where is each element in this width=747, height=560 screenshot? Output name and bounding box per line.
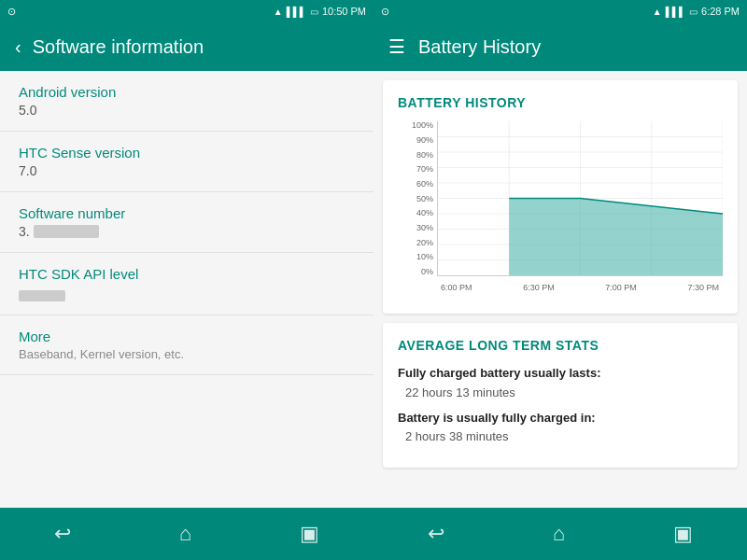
avg-stats-card: AVERAGE LONG TERM STATS Fully charged ba… [383,323,738,468]
right-back-nav[interactable]: ↩ [428,522,444,546]
chart-plot-area [437,121,723,276]
left-recent-nav[interactable]: ▣ [300,522,319,546]
left-home-nav[interactable]: ⌂ [179,522,191,546]
y-label-10: 10% [416,253,433,261]
chart-svg [438,121,723,275]
left-status-left: ⊙ [7,6,16,18]
y-label-70: 70% [416,165,433,174]
chart-x-labels: 6:00 PM 6:30 PM 7:00 PM 7:30 PM [437,276,723,299]
sdk-level-label: HTC SDK API level [19,266,355,282]
more-label: More [19,329,355,344]
right-status-bar: ⊙ ▲ ▌▌▌ ▭ 6:28 PM [374,0,747,22]
right-battery-icon: ▭ [689,7,698,17]
software-number-prefix: 3. [19,224,30,239]
sense-version-label: HTC Sense version [19,145,355,161]
y-label-90: 90% [416,136,433,145]
y-label-80: 80% [416,151,433,160]
y-label-30: 30% [416,224,433,232]
more-item[interactable]: More Baseband, Kernel version, etc. [0,315,374,375]
right-status-right: ▲ ▌▌▌ ▭ 6:28 PM [653,6,740,17]
x-label-730: 7:30 PM [687,283,719,292]
software-number-blurred [34,225,99,238]
right-signal-icon: ▌▌▌ [666,7,685,17]
more-subtext: Baseband, Kernel version, etc. [19,347,355,361]
right-app-title: Battery History [418,36,541,58]
right-status-left: ⊙ [381,6,389,18]
android-version-item: Android version 5.0 [0,71,374,132]
x-label-630: 6:30 PM [523,283,555,292]
right-content: BATTERY HISTORY 0% 10% 20% 30% 40% 50% 6… [374,71,747,508]
left-status-right: ▲ ▌▌▌ ▭ 10:50 PM [274,6,366,17]
right-nav-bar: ↩ ⌂ ▣ [374,508,747,560]
left-status-bar: ⊙ ▲ ▌▌▌ ▭ 10:50 PM [0,0,374,22]
battery-history-card: BATTERY HISTORY 0% 10% 20% 30% 40% 50% 6… [383,80,738,314]
stat1-label: Fully charged battery usually lasts: [398,366,600,380]
back-button[interactable]: ‹ [15,36,21,58]
right-home-nav[interactable]: ⌂ [553,522,565,546]
right-notification-icon: ⊙ [381,6,389,18]
y-label-0: 0% [421,268,433,276]
y-label-40: 40% [416,209,433,217]
left-app-title: Software information [33,36,204,58]
sdk-level-item: HTC SDK API level [0,253,374,315]
left-nav-bar: ↩ ⌂ ▣ [0,508,374,560]
software-number-item: Software number 3. [0,192,374,253]
avg-stats-title: AVERAGE LONG TERM STATS [398,338,723,353]
right-app-bar: ☰ Battery History [374,22,747,71]
right-time: 6:28 PM [701,6,740,17]
left-panel: ⊙ ▲ ▌▌▌ ▭ 10:50 PM ‹ Software informatio… [0,0,374,560]
android-version-value: 5.0 [19,103,355,118]
android-version-label: Android version [19,84,355,100]
stat2-value: 2 hours 38 minutes [398,427,723,447]
stat2-label: Battery is usually fully charged in: [398,411,596,425]
y-label-100: 100% [412,121,433,130]
stat1-value: 22 hours 13 minutes [398,384,723,403]
left-back-nav[interactable]: ↩ [54,522,71,546]
right-recent-nav[interactable]: ▣ [673,522,693,546]
sense-version-value: 7.0 [19,163,355,178]
right-wifi-icon: ▲ [653,7,662,17]
left-time: 10:50 PM [322,6,366,17]
battery-icon: ▭ [310,7,318,17]
sdk-level-blurred [19,290,65,301]
signal-icon: ▌▌▌ [287,7,306,17]
notification-icon: ⊙ [7,6,16,18]
left-content: Android version 5.0 HTC Sense version 7.… [0,71,374,508]
menu-button[interactable]: ☰ [388,35,405,58]
y-label-50: 50% [416,195,433,203]
y-label-20: 20% [416,239,433,247]
y-label-60: 60% [416,180,433,189]
right-panel: ⊙ ▲ ▌▌▌ ▭ 6:28 PM ☰ Battery History BATT… [374,0,747,560]
software-number-label: Software number [19,205,355,221]
x-label-700: 7:00 PM [605,283,637,292]
chart-y-axis: 0% 10% 20% 30% 40% 50% 60% 70% 80% 90% 1… [398,121,437,276]
stat2-row: Battery is usually fully charged in: 2 h… [398,409,723,448]
battery-history-title: BATTERY HISTORY [398,95,723,110]
stat1-row: Fully charged battery usually lasts: 22 … [398,364,723,403]
left-app-bar: ‹ Software information [0,22,374,71]
x-label-600: 6:00 PM [441,283,472,292]
wifi-icon: ▲ [274,7,283,17]
sense-version-item: HTC Sense version 7.0 [0,132,374,192]
battery-chart: 0% 10% 20% 30% 40% 50% 60% 70% 80% 90% 1… [398,121,723,299]
